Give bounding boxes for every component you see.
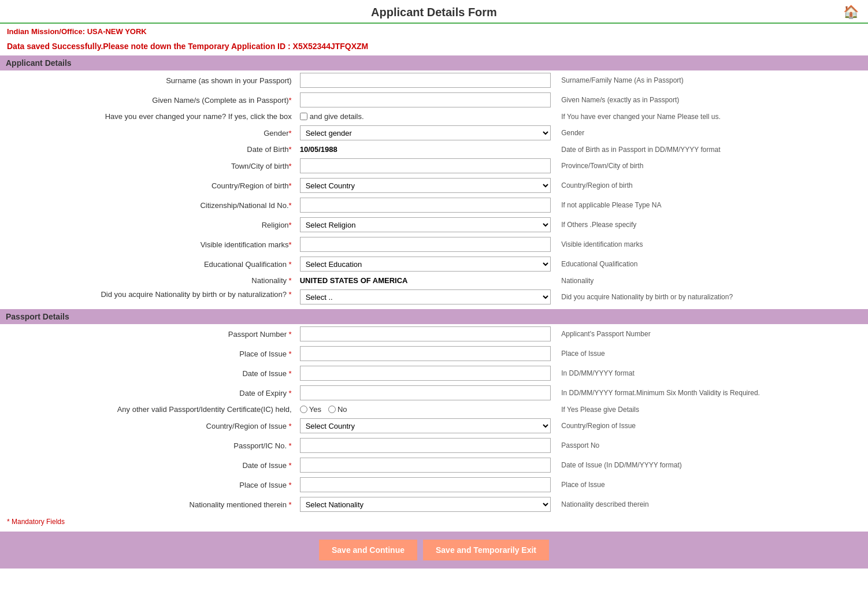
country-birth-label: Country/Region of birth*: [0, 176, 295, 195]
passport-number-row: Passport Number * Applicant's Passport N…: [0, 324, 868, 344]
name-changed-label: Have you ever changed your name? If yes,…: [0, 110, 295, 123]
ic-place-issue-row: Place of Issue * Place of Issue: [0, 475, 868, 495]
dob-value: 10/05/1988: [300, 145, 337, 154]
nationality-therein-row: Nationality mentioned therein * Select N…: [0, 495, 868, 514]
given-name-hint: Given Name/s (exactly as in Passport): [555, 90, 868, 110]
name-changed-checkbox[interactable]: [300, 113, 307, 120]
ic-place-issue-hint: Place of Issue: [555, 475, 868, 495]
dob-label: Date of Birth*: [0, 143, 295, 156]
country-birth-select[interactable]: Select Country: [300, 178, 551, 193]
religion-label: Religion*: [0, 215, 295, 235]
nationality-row: Nationality * UNITED STATES OF AMERICA N…: [0, 274, 868, 287]
education-label: Educational Qualification *: [0, 254, 295, 274]
ic-date-issue-label: Date of Issue *: [0, 455, 295, 475]
passport-date-expiry-input[interactable]: [300, 385, 551, 400]
citizenship-hint: If not applicable Please Type NA: [555, 195, 868, 215]
home-icon[interactable]: 🏠: [843, 5, 859, 20]
passport-date-expiry-label: Date of Expiry *: [0, 383, 295, 403]
gender-label: Gender*: [0, 123, 295, 143]
dob-hint: Date of Birth as in Passport in DD/MM/YY…: [555, 143, 868, 156]
town-birth-label: Town/City of birth*: [0, 156, 295, 176]
app-id: X5X52344JTFQXZM: [293, 42, 369, 51]
passport-date-expiry-row: Date of Expiry * In DD/MM/YYYY format.Mi…: [0, 383, 868, 403]
other-passport-yes-label: Yes: [300, 405, 321, 414]
save-exit-button[interactable]: Save and Temporarily Exit: [423, 540, 549, 560]
nationality-therein-select[interactable]: Select Nationality: [300, 497, 551, 512]
given-name-label: Given Name/s (Complete as in Passport)*: [0, 90, 295, 110]
nationality-acquire-row: Did you acquire Nationality by birth or …: [0, 287, 868, 307]
passport-number-label: Passport Number *: [0, 324, 295, 344]
visible-marks-row: Visible identification marks* Visible id…: [0, 235, 868, 254]
page-header: Applicant Details Form 🏠: [0, 0, 868, 24]
other-passport-yes-radio[interactable]: [300, 406, 307, 413]
other-passport-label: Any other valid Passport/Identity Certif…: [0, 403, 295, 416]
religion-select[interactable]: Select Religion Hindu Muslim Christian S…: [300, 217, 551, 232]
surname-label: Surname (as shown in your Passport): [0, 70, 295, 90]
passport-place-hint: Place of Issue: [555, 344, 868, 363]
passport-ic-no-input[interactable]: [300, 438, 551, 453]
mission-line: Indian Mission/Office: USA-NEW YORK: [0, 24, 868, 39]
country-birth-row: Country/Region of birth* Select Country …: [0, 176, 868, 195]
passport-date-expiry-hint: In DD/MM/YYYY format.Minimum Six Month V…: [555, 383, 868, 403]
surname-input[interactable]: [300, 73, 551, 88]
passport-ic-no-label: Passport/IC No. *: [0, 436, 295, 455]
given-name-row: Given Name/s (Complete as in Passport)* …: [0, 90, 868, 110]
education-row: Educational Qualification * Select Educa…: [0, 254, 868, 274]
given-name-input[interactable]: [300, 92, 551, 107]
citizenship-label: Citizenship/National Id No.*: [0, 195, 295, 215]
ic-date-issue-row: Date of Issue * Date of Issue (In DD/MM/…: [0, 455, 868, 475]
page-title: Applicant Details Form: [371, 6, 497, 18]
town-birth-row: Town/City of birth* Province/Town/City o…: [0, 156, 868, 176]
name-changed-row: Have you ever changed your name? If yes,…: [0, 110, 868, 123]
citizenship-row: Citizenship/National Id No.* If not appl…: [0, 195, 868, 215]
town-birth-hint: Province/Town/City of birth: [555, 156, 868, 176]
name-changed-hint: If You have ever changed your Name Pleas…: [555, 110, 868, 123]
town-birth-input[interactable]: [300, 158, 551, 173]
passport-date-issue-input[interactable]: [300, 366, 551, 381]
education-select[interactable]: Select Education Below Matriculation Mat…: [300, 257, 551, 272]
country-issue-select[interactable]: Select Country: [300, 418, 551, 433]
footer-bar: Save and Continue Save and Temporarily E…: [0, 532, 868, 569]
passport-place-label: Place of Issue *: [0, 344, 295, 363]
ic-date-issue-hint: Date of Issue (In DD/MM/YYYY format): [555, 455, 868, 475]
other-passport-hint: If Yes Please give Details: [555, 403, 868, 416]
country-birth-hint: Country/Region of birth: [555, 176, 868, 195]
other-passport-no-label: No: [328, 405, 347, 414]
passport-ic-no-hint: Passport No: [555, 436, 868, 455]
gender-select[interactable]: Select gender Male Female Other: [300, 125, 551, 140]
passport-number-input[interactable]: [300, 326, 551, 341]
education-hint: Educational Qualification: [555, 254, 868, 274]
passport-date-issue-label: Date of Issue *: [0, 363, 295, 383]
applicant-section-header: Applicant Details: [0, 55, 868, 70]
visible-marks-label: Visible identification marks*: [0, 235, 295, 254]
nationality-acquire-hint: Did you acquire Nationality by birth or …: [555, 287, 868, 307]
other-passport-no-radio[interactable]: [328, 406, 336, 413]
nationality-acquire-label: Did you acquire Nationality by birth or …: [0, 287, 295, 307]
surname-hint: Surname/Family Name (As in Passport): [555, 70, 868, 90]
visible-marks-input[interactable]: [300, 237, 551, 252]
ic-place-issue-input[interactable]: [300, 477, 551, 492]
visible-marks-hint: Visible identification marks: [555, 235, 868, 254]
gender-hint: Gender: [555, 123, 868, 143]
passport-date-issue-row: Date of Issue * In DD/MM/YYYY format: [0, 363, 868, 383]
passport-ic-no-row: Passport/IC No. * Passport No: [0, 436, 868, 455]
passport-place-input[interactable]: [300, 346, 551, 361]
country-issue-row: Country/Region of Issue * Select Country…: [0, 416, 868, 436]
passport-form-table: Passport Number * Applicant's Passport N…: [0, 324, 868, 514]
passport-number-hint: Applicant's Passport Number: [555, 324, 868, 344]
other-passport-row: Any other valid Passport/Identity Certif…: [0, 403, 868, 416]
save-continue-button[interactable]: Save and Continue: [319, 540, 417, 560]
success-line: Data saved Successfully.Please note down…: [0, 39, 868, 55]
nationality-label: Nationality *: [0, 274, 295, 287]
nationality-acquire-select[interactable]: Select .. Birth Naturalization: [300, 289, 551, 304]
nationality-value: UNITED STATES OF AMERICA: [300, 276, 408, 285]
dob-row: Date of Birth* 10/05/1988 Date of Birth …: [0, 143, 868, 156]
religion-row: Religion* Select Religion Hindu Muslim C…: [0, 215, 868, 235]
citizenship-input[interactable]: [300, 198, 551, 213]
religion-hint: If Others .Please specify: [555, 215, 868, 235]
ic-date-issue-input[interactable]: [300, 458, 551, 473]
country-issue-hint: Country/Region of Issue: [555, 416, 868, 436]
passport-date-issue-hint: In DD/MM/YYYY format: [555, 363, 868, 383]
nationality-hint: Nationality: [555, 274, 868, 287]
applicant-form-table: Surname (as shown in your Passport) Surn…: [0, 70, 868, 307]
